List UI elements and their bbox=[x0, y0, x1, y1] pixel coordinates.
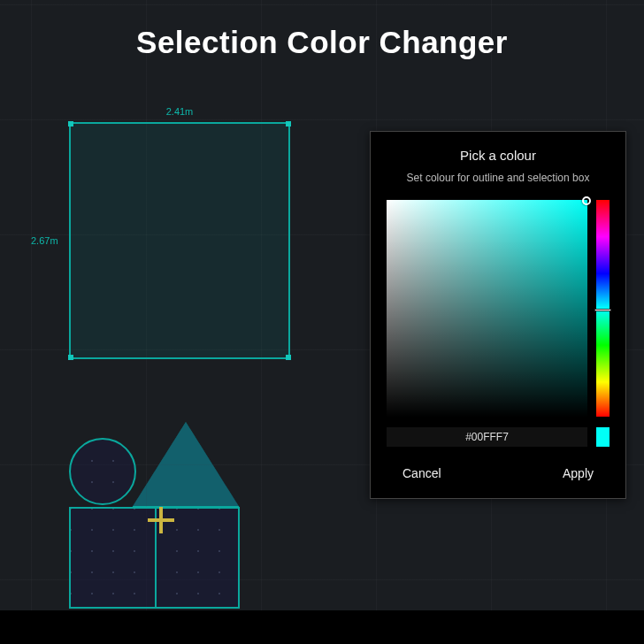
selection-handle-tr[interactable] bbox=[286, 121, 291, 126]
dimension-height-label: 2.67m bbox=[31, 235, 58, 246]
hue-cursor-icon[interactable] bbox=[594, 309, 611, 311]
color-picker-panel: Pick a colour Set colour for outline and… bbox=[370, 131, 626, 499]
shape-triangle[interactable] bbox=[133, 422, 239, 506]
apply-button[interactable]: Apply bbox=[556, 463, 601, 484]
color-saturation-value-field[interactable] bbox=[387, 200, 587, 417]
color-picker-description: Set colour for outline and selection box bbox=[387, 172, 610, 184]
dimension-width-label: 2.41m bbox=[71, 106, 288, 117]
selection-handle-bl[interactable] bbox=[68, 355, 73, 360]
sv-cursor-icon[interactable] bbox=[582, 196, 591, 205]
cancel-button[interactable]: Cancel bbox=[395, 463, 448, 484]
color-swatch bbox=[596, 427, 610, 447]
color-picker-title: Pick a colour bbox=[387, 148, 610, 163]
selection-box[interactable]: 2.41m 2.67m bbox=[69, 122, 290, 359]
shape-grid-icon bbox=[71, 440, 134, 503]
sv-black-gradient bbox=[387, 200, 587, 417]
cursor-crosshair-icon bbox=[148, 507, 174, 533]
selection-handle-br[interactable] bbox=[286, 355, 291, 360]
selection-handle-tl[interactable] bbox=[68, 121, 73, 126]
hex-input[interactable] bbox=[387, 427, 587, 447]
hue-slider[interactable] bbox=[596, 200, 610, 417]
bottom-bar bbox=[0, 610, 644, 644]
shape-circle[interactable] bbox=[69, 438, 136, 505]
